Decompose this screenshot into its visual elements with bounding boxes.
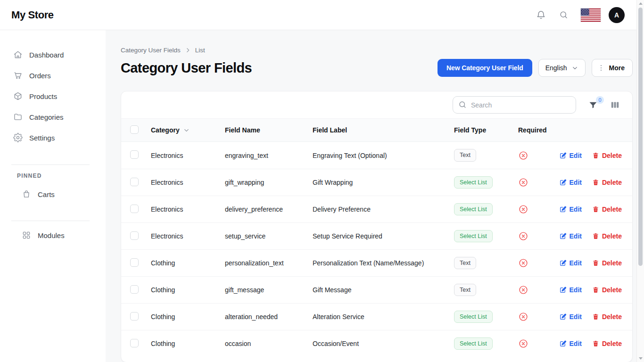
- sidebar-item-settings[interactable]: Settings: [0, 127, 106, 148]
- table-row: Electronics setup_service Setup Service …: [121, 222, 632, 249]
- edit-button-label: Edit: [570, 313, 582, 321]
- delete-button[interactable]: Delete: [592, 313, 622, 321]
- row-checkbox[interactable]: [130, 231, 139, 240]
- field-type-badge: Select List: [454, 337, 493, 350]
- scrollbar-up-arrow[interactable]: [639, 2, 643, 5]
- required-no-circle-x-icon: [518, 177, 558, 188]
- scrollbar-thumb[interactable]: [638, 8, 643, 266]
- trash-icon: [592, 179, 599, 186]
- sidebar-footer-nav: Modules: [0, 225, 106, 246]
- trash-icon: [592, 152, 599, 159]
- edit-button[interactable]: Edit: [559, 232, 582, 240]
- sidebar-item-label: Carts: [38, 190, 55, 198]
- cell-field-label: Gift Wrapping: [313, 179, 353, 186]
- trash-icon: [592, 232, 599, 240]
- edit-button[interactable]: Edit: [559, 152, 582, 159]
- delete-button[interactable]: Delete: [592, 259, 622, 267]
- columns-icon[interactable]: [610, 100, 620, 110]
- cell-category: Electronics: [151, 152, 183, 159]
- delete-button[interactable]: Delete: [592, 206, 622, 213]
- delete-button[interactable]: Delete: [592, 340, 622, 347]
- language-select[interactable]: English: [538, 59, 586, 77]
- delete-button[interactable]: Delete: [592, 152, 622, 159]
- delete-button[interactable]: Delete: [592, 179, 622, 186]
- scrollbar-down-arrow[interactable]: [639, 357, 643, 360]
- sidebar-nav: Dashboard Orders Products Categories Set…: [0, 44, 106, 148]
- cell-category: Electronics: [151, 206, 183, 213]
- breadcrumb: Category User Fields List: [121, 47, 633, 54]
- row-checkbox[interactable]: [130, 150, 139, 159]
- cell-field-name: setup_service: [225, 232, 265, 240]
- delete-button-label: Delete: [602, 340, 622, 347]
- edit-button[interactable]: Edit: [559, 179, 582, 186]
- search-icon[interactable]: [559, 10, 568, 19]
- sidebar-divider: [11, 221, 90, 221]
- row-checkbox[interactable]: [130, 258, 139, 267]
- table-card: 0 Category Field Name Field Label Field …: [121, 91, 633, 362]
- trash-icon: [592, 286, 599, 294]
- table-row: Electronics gift_wrapping Gift Wrapping …: [121, 169, 632, 196]
- select-all-checkbox[interactable]: [130, 125, 139, 134]
- search-input[interactable]: [453, 96, 576, 114]
- edit-button[interactable]: Edit: [559, 206, 582, 213]
- layout: Dashboard Orders Products Categories Set…: [0, 30, 644, 362]
- edit-button-label: Edit: [570, 232, 582, 240]
- pencil-square-icon: [559, 179, 567, 186]
- sidebar-item-categories[interactable]: Categories: [0, 107, 106, 127]
- sidebar-item-label: Categories: [29, 113, 64, 121]
- field-type-badge: Select List: [454, 311, 493, 323]
- sidebar-item-dashboard[interactable]: Dashboard: [0, 44, 106, 65]
- breadcrumb-list: List: [195, 47, 205, 54]
- bell-icon[interactable]: [536, 10, 546, 20]
- trash-icon: [592, 340, 599, 347]
- sidebar-pinned-nav: Carts: [0, 184, 106, 205]
- filter-count-badge: 0: [596, 96, 604, 104]
- delete-button[interactable]: Delete: [592, 286, 622, 294]
- edit-button-label: Edit: [570, 286, 582, 294]
- field-type-badge: Text: [454, 284, 476, 296]
- cell-field-label: Personalization Text (Name/Message): [313, 259, 424, 267]
- edit-button-label: Edit: [570, 259, 582, 267]
- cell-category: Clothing: [151, 340, 175, 347]
- edit-button[interactable]: Edit: [559, 313, 582, 321]
- edit-button[interactable]: Edit: [559, 340, 582, 347]
- more-button[interactable]: More: [592, 59, 633, 77]
- column-header-category[interactable]: Category: [151, 126, 225, 134]
- table-row: Electronics delivery_preference Delivery…: [121, 196, 632, 222]
- required-no-circle-x-icon: [518, 231, 558, 241]
- brand-logo[interactable]: My Store: [11, 9, 54, 21]
- avatar[interactable]: A: [609, 7, 625, 23]
- delete-button-label: Delete: [602, 259, 622, 267]
- row-checkbox[interactable]: [130, 339, 139, 347]
- edit-button[interactable]: Edit: [559, 259, 582, 267]
- sidebar-item-modules[interactable]: Modules: [0, 225, 106, 246]
- sidebar-item-orders[interactable]: Orders: [0, 65, 106, 86]
- cell-field-label: Gift Message: [313, 286, 351, 294]
- sidebar-item-label: Orders: [29, 72, 51, 80]
- delete-button[interactable]: Delete: [592, 232, 622, 240]
- sidebar-item-carts[interactable]: Carts: [0, 184, 106, 205]
- cell-category: Clothing: [151, 286, 175, 294]
- us-flag-icon[interactable]: [580, 8, 601, 22]
- row-checkbox[interactable]: [130, 178, 139, 186]
- table-body: Electronics engraving_text Engraving Tex…: [121, 142, 632, 357]
- field-type-badge: Select List: [454, 176, 493, 189]
- cell-field-name: alteration_needed: [225, 313, 278, 321]
- field-type-badge: Select List: [454, 203, 493, 216]
- filter-funnel-icon[interactable]: 0: [588, 100, 598, 110]
- sidebar-item-products[interactable]: Products: [0, 86, 106, 107]
- table-row: Clothing occasion Occasion/Event Select …: [121, 330, 632, 357]
- cell-field-name: gift_message: [225, 286, 264, 294]
- pencil-square-icon: [559, 259, 567, 267]
- breadcrumb-category-user-fields[interactable]: Category User Fields: [121, 47, 181, 54]
- cell-field-label: Alteration Service: [313, 313, 364, 321]
- field-type-badge: Text: [454, 257, 476, 270]
- edit-button[interactable]: Edit: [559, 286, 582, 294]
- table-row: Clothing gift_message Gift Message Text …: [121, 276, 632, 303]
- bag-icon: [22, 189, 31, 199]
- new-category-user-field-button[interactable]: New Category User Field: [438, 59, 532, 77]
- row-checkbox[interactable]: [130, 312, 139, 321]
- row-checkbox[interactable]: [130, 285, 139, 294]
- table-toolbar: 0: [121, 91, 632, 118]
- row-checkbox[interactable]: [130, 205, 139, 213]
